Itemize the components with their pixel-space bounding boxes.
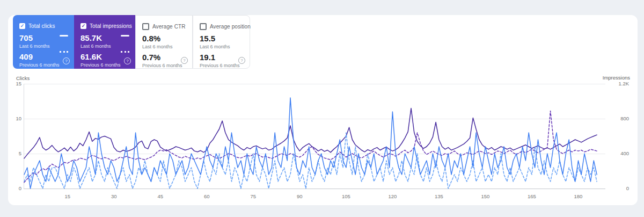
solid-line-icon bbox=[60, 35, 68, 37]
checkbox-average-ctr[interactable] bbox=[142, 23, 149, 30]
right-axis-title: Impressions bbox=[587, 75, 630, 81]
card-value-prev: 0.7% bbox=[142, 53, 187, 62]
left-axis-tick: 5 bbox=[3, 150, 21, 156]
metric-cards-row: ✓ Total clicks 705 Last 6 months 409 Pre… bbox=[13, 15, 250, 69]
checkbox-total-impressions[interactable]: ✓ bbox=[80, 23, 86, 29]
card-total-impressions[interactable]: ✓ Total impressions 85.7K Last 6 months … bbox=[74, 15, 135, 69]
card-label: Total impressions bbox=[90, 23, 132, 29]
check-icon: ✓ bbox=[82, 24, 86, 28]
card-caption-last: Last 6 months bbox=[80, 44, 130, 49]
help-icon[interactable]: ? bbox=[124, 57, 131, 64]
left-axis-tick: 10 bbox=[3, 115, 21, 121]
card-caption-prev: Previous 6 months bbox=[19, 62, 69, 68]
series-clicks-dashed bbox=[24, 133, 597, 189]
card-value-prev: 409 bbox=[19, 53, 69, 61]
x-axis-tick: 15 bbox=[60, 193, 76, 199]
x-axis-tick: 90 bbox=[291, 193, 308, 199]
x-axis-tick: 135 bbox=[431, 193, 447, 199]
card-label: Average CTR bbox=[152, 24, 186, 30]
check-icon: ✓ bbox=[20, 24, 25, 28]
x-axis-tick: 120 bbox=[384, 193, 400, 199]
left-axis-tick: 15 bbox=[3, 81, 21, 86]
x-axis-tick: 75 bbox=[245, 193, 261, 199]
checkbox-total-clicks[interactable]: ✓ bbox=[19, 23, 25, 29]
checkbox-average-position[interactable] bbox=[200, 23, 207, 30]
card-caption-last: Last 6 months bbox=[200, 44, 244, 49]
x-axis-tick: 165 bbox=[524, 193, 540, 199]
x-axis-tick: 30 bbox=[106, 193, 122, 199]
solid-line-icon bbox=[121, 35, 129, 37]
card-caption-prev: Previous 6 months bbox=[80, 62, 130, 68]
x-axis-tick: 60 bbox=[199, 193, 215, 199]
help-icon[interactable]: ? bbox=[63, 57, 70, 64]
help-icon[interactable]: ? bbox=[181, 57, 188, 64]
right-axis-tick: 400 bbox=[609, 150, 629, 156]
card-caption-last: Last 6 months bbox=[19, 44, 69, 49]
search-console-performance-page: { "page": {"background": "#edf0f4", "pan… bbox=[0, 0, 644, 217]
card-value-prev: 61.6K bbox=[80, 53, 130, 61]
right-axis-tick: 800 bbox=[609, 115, 629, 121]
card-label: Average position bbox=[210, 24, 251, 30]
right-axis-tick: 1.2K bbox=[609, 81, 629, 86]
card-value-last: 0.8% bbox=[142, 34, 187, 43]
card-average-position[interactable]: Average position 15.5 Last 6 months 19.1… bbox=[193, 15, 250, 69]
card-caption-last: Last 6 months bbox=[142, 44, 187, 49]
x-axis-tick: 45 bbox=[152, 193, 169, 199]
card-label: Total clicks bbox=[28, 23, 55, 29]
card-caption-prev: Previous 6 months bbox=[200, 63, 244, 68]
dotted-line-icon bbox=[60, 51, 68, 53]
card-value-last: 15.5 bbox=[200, 34, 244, 43]
dotted-line-icon bbox=[121, 51, 129, 53]
chart-plot-area[interactable] bbox=[24, 84, 598, 189]
card-average-ctr[interactable]: Average CTR 0.8% Last 6 months 0.7% Prev… bbox=[135, 15, 193, 69]
card-caption-prev: Previous 6 months bbox=[142, 63, 187, 68]
x-axis-tick: 105 bbox=[338, 193, 354, 199]
card-total-clicks[interactable]: ✓ Total clicks 705 Last 6 months 409 Pre… bbox=[13, 15, 74, 69]
x-axis-tick: 180 bbox=[570, 193, 586, 199]
left-axis-tick: 0 bbox=[3, 185, 21, 191]
card-value-prev: 19.1 bbox=[200, 53, 244, 62]
right-axis-tick: 0 bbox=[609, 185, 629, 191]
x-axis-tick: 150 bbox=[477, 193, 493, 199]
help-icon[interactable]: ? bbox=[238, 57, 245, 64]
